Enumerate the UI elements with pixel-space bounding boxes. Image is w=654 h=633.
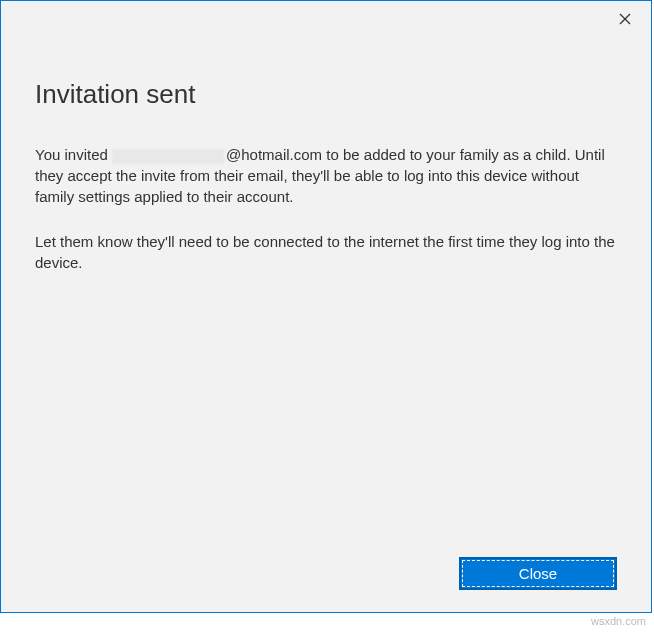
redacted-email-user [112,149,224,164]
watermark-text: wsxdn.com [591,615,646,627]
close-icon[interactable] [613,7,637,31]
invitation-paragraph-2: Let them know they'll need to be connect… [35,231,617,273]
invitation-sent-dialog: Invitation sent You invited @hotmail.com… [0,0,652,613]
dialog-button-bar: Close [459,557,617,590]
x-icon [619,13,631,25]
dialog-content: Invitation sent You invited @hotmail.com… [1,1,651,273]
invitation-paragraph-1: You invited @hotmail.com to be added to … [35,144,617,207]
paragraph1-prefix: You invited [35,146,112,163]
dialog-title: Invitation sent [35,79,617,110]
close-button[interactable]: Close [459,557,617,590]
